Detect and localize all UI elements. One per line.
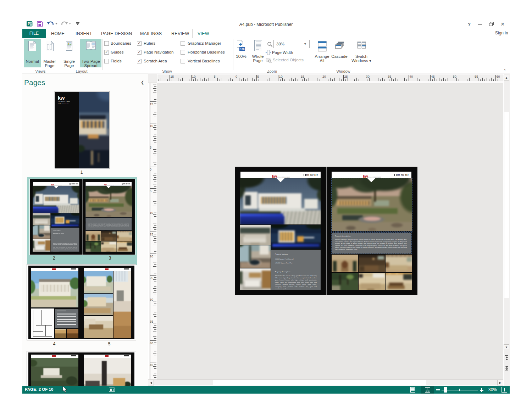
svg-text:P: P — [28, 22, 30, 26]
svg-text:100: 100 — [240, 48, 245, 51]
